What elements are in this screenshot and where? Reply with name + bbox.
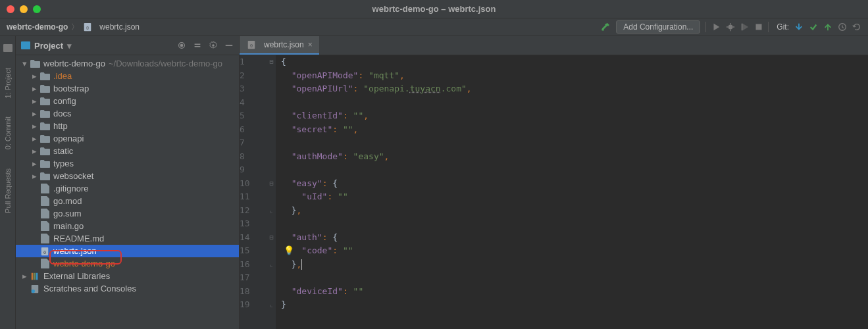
chevron-icon: ▸ xyxy=(30,134,39,143)
file-icon xyxy=(39,234,50,243)
git-push-icon[interactable] xyxy=(823,22,832,32)
code-line[interactable] xyxy=(281,96,863,110)
run-icon[interactable] xyxy=(711,22,721,32)
tree-folder-docs[interactable]: ▸docs xyxy=(16,107,239,120)
file-icon xyxy=(39,222,50,231)
tree-folder-http[interactable]: ▸http xyxy=(16,120,239,132)
maximize-icon[interactable] xyxy=(33,5,41,13)
tree-file-webrtc-demo-go[interactable]: webrtc-demo-go xyxy=(16,257,239,270)
git-update-icon[interactable] xyxy=(794,22,804,32)
code-line[interactable]: "secret": "", xyxy=(281,123,863,137)
code-line[interactable] xyxy=(281,136,863,150)
gear-icon[interactable] xyxy=(209,41,218,50)
tree-node-label: static xyxy=(53,146,73,156)
rollback-icon[interactable] xyxy=(852,22,861,32)
code-area[interactable]: { "openAPIMode": "mqtt", "openAPIUrl": "… xyxy=(276,55,868,329)
code-line[interactable]: { xyxy=(281,55,863,69)
commit-tool-tab[interactable]: 0: Commit xyxy=(4,114,12,152)
breadcrumb-file[interactable]: webrtc.json xyxy=(99,22,140,32)
chevron-icon: ▸ xyxy=(30,146,39,156)
intention-bulb-icon[interactable]: 💡 xyxy=(284,244,294,258)
code-line[interactable]: "uId": "" xyxy=(281,190,863,204)
code-line[interactable] xyxy=(281,163,863,177)
tree-external-libraries[interactable]: ▸External Libraries xyxy=(16,270,239,282)
tree-folder-config[interactable]: ▸config xyxy=(16,95,239,107)
window-title: webrtc-demo-go – webrtc.json xyxy=(372,4,496,14)
tree-node-label: webrtc-demo-go xyxy=(43,59,105,68)
tree-scratches[interactable]: Scratches and Consoles xyxy=(16,282,239,295)
add-configuration-dropdown[interactable]: Add Configuration... xyxy=(616,20,700,34)
project-panel: Project ▾ ▾webrtc-demo-go~/Downloads/web… xyxy=(16,36,240,329)
code-line[interactable]: "authMode": "easy", xyxy=(281,150,863,164)
tree-folder-types[interactable]: ▸types xyxy=(16,157,239,170)
tree-file-README-md[interactable]: README.md xyxy=(16,232,239,245)
code-line[interactable]: "openAPIUrl": "openapi.tuyacn.com", xyxy=(281,82,863,96)
code-line[interactable]: "easy": { xyxy=(281,177,863,191)
file-icon xyxy=(39,259,50,268)
window-controls xyxy=(7,5,41,13)
tree-file-webrtc-json[interactable]: {}webrtc.json xyxy=(16,245,239,257)
project-toolwindow-icon[interactable] xyxy=(3,44,13,52)
tree-file-main-go[interactable]: main.go xyxy=(16,220,239,232)
tree-file-go-sum[interactable]: go.sum xyxy=(16,207,239,220)
editor-panel: {} webrtc.json × 12345678910111213141516… xyxy=(240,36,868,329)
expand-all-icon[interactable] xyxy=(193,41,202,50)
chevron-icon: ▸ xyxy=(30,171,39,181)
tree-folder-bootstrap[interactable]: ▸bootstrap xyxy=(16,82,239,95)
editor-tab-webrtc-json[interactable]: {} webrtc.json × xyxy=(240,36,319,55)
project-tool-tab[interactable]: 1: Project xyxy=(4,65,12,101)
code-line[interactable]: "deviceId": "" xyxy=(281,285,863,299)
history-icon[interactable] xyxy=(838,22,847,32)
folder-icon xyxy=(39,97,50,105)
code-line[interactable]: }, xyxy=(281,204,863,218)
tree-node-label: websocket xyxy=(53,171,93,181)
coverage-icon[interactable] xyxy=(740,22,750,32)
tree-node-label: config xyxy=(53,96,76,106)
editor-body[interactable]: 12345678910111213141516171819 ⊟⊟⌞⊟⌞⌞ { "… xyxy=(240,55,868,329)
chevron-icon: ▸ xyxy=(30,71,39,81)
tree-folder-static[interactable]: ▸static xyxy=(16,145,239,157)
svg-point-8 xyxy=(212,44,215,47)
tree-file-go-mod[interactable]: go.mod xyxy=(16,195,239,207)
fold-gutter[interactable]: ⊟⊟⌞⊟⌞⌞ xyxy=(267,55,276,329)
tree-folder-websocket[interactable]: ▸websocket xyxy=(16,170,239,182)
svg-rect-9 xyxy=(226,45,233,46)
git-commit-icon[interactable] xyxy=(809,22,818,32)
code-line[interactable]: 💡 "code": "" xyxy=(281,244,863,258)
project-tree[interactable]: ▾webrtc-demo-go~/Downloads/webrtc-demo-g… xyxy=(16,55,239,329)
code-line[interactable]: "clientId": "", xyxy=(281,109,863,123)
code-line[interactable] xyxy=(281,217,863,231)
tree-node-label: types xyxy=(53,159,74,168)
code-line[interactable]: } xyxy=(281,298,863,312)
code-line[interactable] xyxy=(281,271,863,285)
chevron-down-icon[interactable]: ▾ xyxy=(67,41,72,51)
code-line[interactable]: }, xyxy=(281,258,863,272)
stop-icon[interactable] xyxy=(755,23,763,31)
close-icon[interactable] xyxy=(7,5,14,13)
svg-point-2 xyxy=(728,25,733,30)
tree-folder-openapi[interactable]: ▸openapi xyxy=(16,132,239,145)
json-icon: {} xyxy=(246,40,257,49)
hammer-icon[interactable] xyxy=(600,22,611,32)
code-line[interactable]: "auth": { xyxy=(281,231,863,245)
tree-node-label: openapi xyxy=(53,134,84,143)
editor-tabs: {} webrtc.json × xyxy=(240,36,868,55)
breadcrumb-project[interactable]: webrtc-demo-go xyxy=(7,22,68,32)
separator xyxy=(705,22,706,32)
tree-node-label: main.go xyxy=(53,221,84,231)
json-icon: {} xyxy=(39,247,50,256)
tree-root[interactable]: ▾webrtc-demo-go~/Downloads/webrtc-demo-g… xyxy=(16,57,239,70)
main-area: 1: Project 0: Commit Pull Requests Proje… xyxy=(0,36,868,329)
hide-icon[interactable] xyxy=(224,41,234,50)
pull-requests-tool-tab[interactable]: Pull Requests xyxy=(4,166,12,216)
titlebar: webrtc-demo-go – webrtc.json xyxy=(0,0,868,18)
minimize-icon[interactable] xyxy=(20,5,28,13)
code-line[interactable]: "openAPIMode": "mqtt", xyxy=(281,69,863,83)
project-pane-title[interactable]: Project xyxy=(34,41,63,51)
tree-folder-.idea[interactable]: ▸.idea xyxy=(16,70,239,82)
tree-node-label: go.mod xyxy=(53,196,82,206)
select-opened-icon[interactable] xyxy=(177,41,186,50)
tree-file--gitignore[interactable]: .gitignore xyxy=(16,182,239,195)
debug-icon[interactable] xyxy=(726,22,735,32)
close-icon[interactable]: × xyxy=(308,40,313,49)
